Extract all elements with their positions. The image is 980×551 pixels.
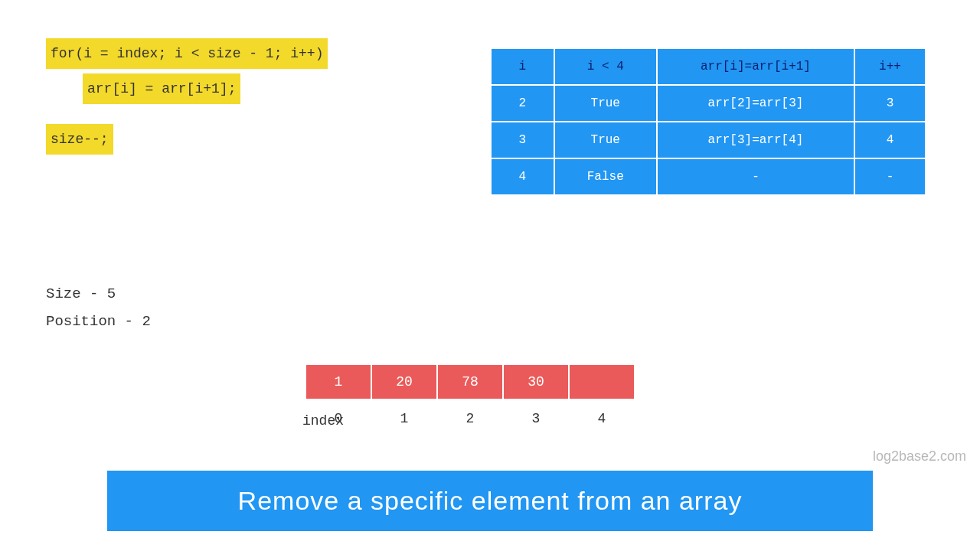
array-index: 2 <box>438 409 502 428</box>
trace-cell: True <box>554 122 657 158</box>
trace-cell: 3 <box>491 122 554 158</box>
array-cell: 20 <box>372 365 436 399</box>
trace-cell: False <box>554 158 657 195</box>
array-index: 1 <box>372 409 436 428</box>
trace-cell: 3 <box>854 85 926 122</box>
code-line-2: arr[i] = arr[i+1]; <box>83 73 240 104</box>
array-cell <box>570 365 634 399</box>
page-title: Remove a specific element from an array <box>107 471 873 531</box>
trace-cell: - <box>657 158 854 195</box>
array-index-label: index <box>302 413 344 429</box>
code-block: for(i = index; i < size - 1; i++) arr[i]… <box>46 38 328 155</box>
trace-cell: - <box>854 158 926 195</box>
trace-cell: arr[2]=arr[3] <box>657 85 854 122</box>
trace-header-i: i <box>491 48 554 85</box>
trace-row: 4 False - - <box>491 158 926 195</box>
trace-cell: 2 <box>491 85 554 122</box>
trace-table: i i < 4 arr[i]=arr[i+1] i++ 2 True arr[2… <box>490 47 926 196</box>
info-block: Size - 5 Position - 2 <box>46 280 151 335</box>
trace-header-assign: arr[i]=arr[i+1] <box>657 48 854 85</box>
trace-cell: arr[3]=arr[4] <box>657 122 854 158</box>
trace-row: 3 True arr[3]=arr[4] 4 <box>491 122 926 158</box>
code-line-3: size--; <box>46 124 113 155</box>
array-index: 4 <box>570 409 634 428</box>
code-line-1: for(i = index; i < size - 1; i++) <box>46 38 328 69</box>
array-index: 3 <box>504 409 568 428</box>
array-cell: 30 <box>504 365 568 399</box>
info-size: Size - 5 <box>46 280 151 308</box>
watermark: log2base2.com <box>873 448 966 465</box>
array-visualization: 1 20 78 30 0 1 2 3 4 <box>306 365 727 428</box>
trace-header-cond: i < 4 <box>554 48 657 85</box>
trace-header-inc: i++ <box>854 48 926 85</box>
array-cell: 1 <box>306 365 371 399</box>
trace-cell: True <box>554 85 657 122</box>
array-values-row: 1 20 78 30 <box>306 365 727 399</box>
array-index-row: 0 1 2 3 4 <box>306 409 727 428</box>
trace-cell: 4 <box>854 122 926 158</box>
trace-row: 2 True arr[2]=arr[3] 3 <box>491 85 926 122</box>
info-position: Position - 2 <box>46 308 151 335</box>
array-cell: 78 <box>438 365 502 399</box>
trace-cell: 4 <box>491 158 554 195</box>
